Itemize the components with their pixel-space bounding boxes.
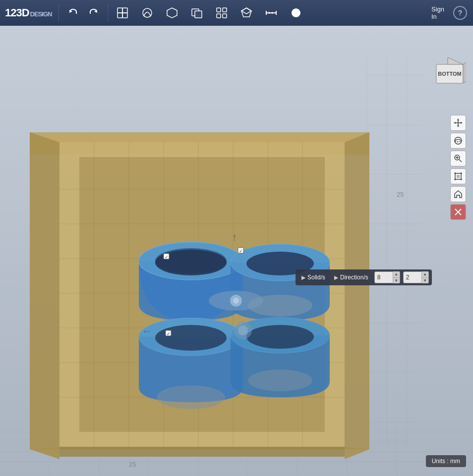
tool-group-pattern: [209, 4, 234, 21]
subtract-button[interactable]: [188, 4, 205, 21]
svg-marker-48: [345, 132, 369, 459]
svg-rect-10: [223, 8, 227, 12]
sketch-button[interactable]: [139, 4, 156, 21]
svg-rect-11: [217, 14, 221, 18]
svg-marker-14: [241, 8, 251, 14]
pan-button[interactable]: [450, 115, 466, 131]
fit-button[interactable]: [450, 168, 466, 184]
units-badge[interactable]: Units : mm: [426, 455, 466, 467]
toolbar-sep-2: [108, 4, 108, 22]
primitives-button[interactable]: [114, 4, 131, 21]
value2-input[interactable]: 2 ▲ ▼: [403, 271, 429, 283]
svg-rect-5: [122, 13, 127, 18]
tool-group-transform: [160, 4, 184, 21]
logo-text: 123DDESIGN: [5, 6, 52, 19]
svg-point-87: [233, 298, 239, 304]
value1-up[interactable]: ▲: [393, 271, 400, 278]
svg-marker-100: [448, 57, 463, 64]
svg-point-79: [155, 325, 227, 351]
solid-label: Solid/s: [307, 274, 325, 281]
svg-rect-3: [122, 8, 127, 13]
orbit-button[interactable]: [450, 133, 466, 149]
svg-marker-47: [30, 132, 59, 459]
value2-up[interactable]: ▲: [421, 271, 428, 278]
float-toolbar: ▶ Solid/s ▶ Direction/s 8 ▲ ▼ 2 ▲ ▼: [296, 269, 432, 285]
svg-marker-109: [461, 122, 463, 124]
svg-rect-116: [457, 175, 460, 178]
snap-button[interactable]: [288, 4, 304, 21]
tool-group-material: [234, 4, 259, 21]
tool-group-sketch: [135, 4, 160, 21]
svg-point-20: [292, 8, 300, 17]
value1-group: 8 ▲ ▼: [374, 271, 400, 283]
redo-button[interactable]: [85, 4, 102, 21]
svg-point-89: [238, 325, 248, 335]
svg-line-112: [459, 159, 462, 162]
help-button[interactable]: ?: [453, 6, 467, 20]
main-toolbar: 123DDESIGN: [0, 0, 473, 26]
view-home-button[interactable]: [450, 186, 466, 202]
svg-rect-12: [223, 14, 227, 18]
direction-label: Direction/s: [340, 274, 368, 281]
svg-point-84: [248, 370, 312, 391]
svg-text:BOTTOM: BOTTOM: [438, 71, 461, 77]
tool-group-primitives: [110, 4, 135, 21]
toolbar-sep-1: [59, 4, 59, 22]
direction-button[interactable]: ▶ Direction/s: [331, 272, 371, 282]
undo-button[interactable]: [65, 4, 82, 21]
svg-rect-8: [195, 11, 202, 18]
value1-input[interactable]: 8 ▲ ▼: [374, 271, 400, 283]
svg-point-80: [157, 385, 225, 409]
svg-marker-49: [30, 132, 369, 142]
svg-text:↑: ↑: [232, 231, 237, 243]
value1-down[interactable]: ▼: [393, 278, 400, 284]
svg-rect-9: [217, 8, 221, 12]
svg-rect-2: [118, 8, 122, 13]
svg-text:25: 25: [129, 461, 136, 468]
tool-group-subtract: [184, 4, 209, 21]
material-button[interactable]: [238, 4, 255, 21]
logo-area: 123DDESIGN: [0, 6, 57, 19]
svg-marker-106: [457, 118, 459, 120]
zoom-button[interactable]: [450, 151, 466, 166]
value2-group: 2 ▲ ▼: [403, 271, 429, 283]
value2-down[interactable]: ▼: [421, 278, 428, 284]
svg-marker-108: [454, 122, 456, 124]
svg-marker-13: [241, 8, 251, 17]
svg-text:✓: ✓: [165, 255, 169, 260]
measure-button[interactable]: [263, 4, 280, 21]
svg-text:←: ←: [142, 325, 152, 336]
svg-point-83: [246, 325, 314, 349]
svg-point-110: [455, 137, 462, 144]
close-button[interactable]: [450, 204, 466, 220]
svg-rect-4: [118, 13, 122, 18]
view-cube[interactable]: BOTTOM: [429, 55, 466, 92]
transform-button[interactable]: [164, 4, 180, 21]
toolbar-right: Sign In ?: [430, 4, 473, 21]
tool-group-measure: [259, 4, 284, 21]
undo-redo-group: [61, 4, 106, 21]
svg-text:✓: ✓: [239, 249, 243, 254]
tool-group-snap: [284, 4, 308, 21]
solid-button[interactable]: ▶ Solid/s: [298, 272, 328, 282]
svg-marker-103: [463, 60, 466, 83]
svg-text:25: 25: [397, 191, 404, 198]
sign-in-button[interactable]: Sign In: [431, 4, 448, 21]
viewport[interactable]: ✓ ✓ ✓ ↑ ← 25 25 BOTTOM: [0, 26, 473, 476]
3d-scene: ✓ ✓ ✓ ↑ ← 25 25: [0, 26, 473, 476]
svg-marker-107: [457, 125, 459, 127]
svg-text:✓: ✓: [167, 331, 171, 336]
right-controls: [450, 115, 466, 220]
svg-marker-52: [59, 447, 345, 457]
pattern-button[interactable]: [213, 4, 230, 21]
